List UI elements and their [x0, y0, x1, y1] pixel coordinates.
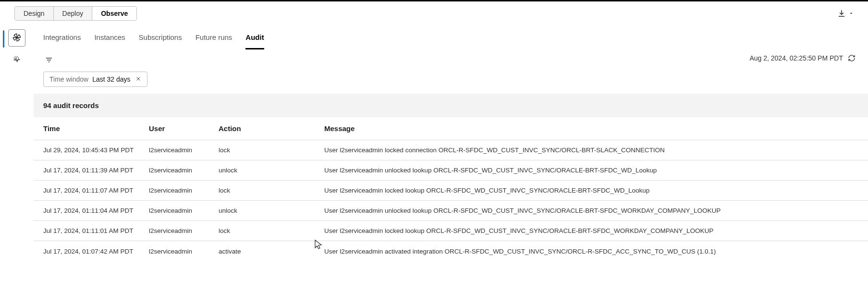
download-menu[interactable]	[837, 9, 854, 18]
caret-down-icon	[849, 11, 854, 16]
rail-btn-dashboard[interactable]	[8, 29, 25, 47]
cell-time: Jul 17, 2024, 01:07:42 AM PDT	[43, 248, 149, 255]
cell-time: Jul 17, 2024, 01:11:04 AM PDT	[43, 207, 149, 214]
mode-tabs: Design Deploy Observe	[14, 6, 137, 21]
page-timestamp: Aug 2, 2024, 02:25:50 PM PDT	[749, 54, 843, 62]
col-action[interactable]: Action	[219, 124, 324, 133]
cell-user: l2serviceadmin	[149, 146, 219, 154]
filter-icon[interactable]	[43, 54, 55, 66]
cell-action: lock	[219, 227, 324, 234]
chip-value: Last 32 days	[92, 75, 130, 83]
download-icon	[837, 9, 846, 18]
table-row[interactable]: Jul 17, 2024, 01:11:07 AM PDT l2servicea…	[34, 181, 868, 201]
tab-instances[interactable]: Instances	[94, 33, 125, 49]
cell-message: User l2serviceadmin unlocked lookup ORCL…	[324, 207, 858, 214]
cell-message: User l2serviceadmin locked lookup ORCL-R…	[324, 227, 858, 234]
cell-action: activate	[219, 248, 324, 255]
table-row[interactable]: Jul 17, 2024, 01:11:39 AM PDT l2servicea…	[34, 160, 868, 181]
close-icon	[135, 75, 141, 83]
table-header-row: Time User Action Message	[34, 117, 868, 140]
cell-user: l2serviceadmin	[149, 248, 219, 255]
tab-subscriptions[interactable]: Subscriptions	[139, 33, 182, 49]
cell-action: lock	[219, 146, 324, 154]
heart-health-icon	[12, 55, 22, 66]
cell-time: Jul 17, 2024, 01:11:01 AM PDT	[43, 227, 149, 234]
mode-toolbar: Design Deploy Observe	[0, 1, 868, 25]
chip-close[interactable]	[135, 75, 141, 83]
tab-audit[interactable]: Audit	[245, 33, 264, 49]
table-row[interactable]: Jul 29, 2024, 10:45:43 PM PDT l2servicea…	[34, 140, 868, 160]
col-user[interactable]: User	[149, 124, 219, 133]
cell-action: unlock	[219, 167, 324, 174]
cell-message: User l2serviceadmin activated integratio…	[324, 248, 858, 255]
mode-tab-design[interactable]: Design	[15, 7, 54, 20]
observe-sub-tabs: Integrations Instances Subscriptions Fut…	[34, 25, 868, 49]
table-row[interactable]: Jul 17, 2024, 01:11:01 AM PDT l2servicea…	[34, 221, 868, 241]
col-message[interactable]: Message	[324, 124, 858, 133]
cell-time: Jul 29, 2024, 10:45:43 PM PDT	[43, 146, 149, 154]
mode-tab-observe[interactable]: Observe	[92, 7, 136, 20]
tab-integrations[interactable]: Integrations	[43, 33, 81, 49]
audit-table: Time User Action Message Jul 29, 2024, 1…	[34, 117, 868, 261]
cell-message: User l2serviceadmin unlocked lookup ORCL…	[324, 167, 858, 174]
cell-user: l2serviceadmin	[149, 207, 219, 214]
cell-message: User l2serviceadmin locked lookup ORCL-R…	[324, 187, 858, 194]
filter-bar: Aug 2, 2024, 02:25:50 PM PDT	[34, 49, 868, 71]
filter-chip-row: Time window Last 32 days	[34, 71, 868, 94]
table-row[interactable]: Jul 17, 2024, 01:11:04 AM PDT l2servicea…	[34, 201, 868, 221]
chip-label: Time window	[49, 75, 88, 83]
cell-time: Jul 17, 2024, 01:11:07 AM PDT	[43, 187, 149, 194]
records-summary: 94 audit records	[34, 94, 868, 117]
cell-action: unlock	[219, 207, 324, 214]
cell-time: Jul 17, 2024, 01:11:39 AM PDT	[43, 167, 149, 174]
cell-user: l2serviceadmin	[149, 187, 219, 194]
rail-active-indicator	[3, 30, 4, 48]
cell-action: lock	[219, 187, 324, 194]
cell-user: l2serviceadmin	[149, 227, 219, 234]
mode-tab-deploy[interactable]: Deploy	[54, 7, 93, 20]
time-window-chip[interactable]: Time window Last 32 days	[43, 72, 147, 87]
left-rail	[0, 25, 34, 289]
col-time[interactable]: Time	[43, 124, 149, 133]
pinwheel-icon	[12, 33, 22, 44]
cell-user: l2serviceadmin	[149, 167, 219, 174]
cell-message: User l2serviceadmin locked connection OR…	[324, 146, 858, 154]
page-timestamp-area: Aug 2, 2024, 02:25:50 PM PDT	[749, 54, 856, 62]
rail-btn-health[interactable]	[8, 51, 25, 69]
refresh-icon[interactable]	[848, 54, 856, 62]
main-area: Integrations Instances Subscriptions Fut…	[34, 25, 868, 289]
table-row[interactable]: Jul 17, 2024, 01:07:42 AM PDT l2servicea…	[34, 241, 868, 261]
tab-future-runs[interactable]: Future runs	[196, 33, 232, 49]
